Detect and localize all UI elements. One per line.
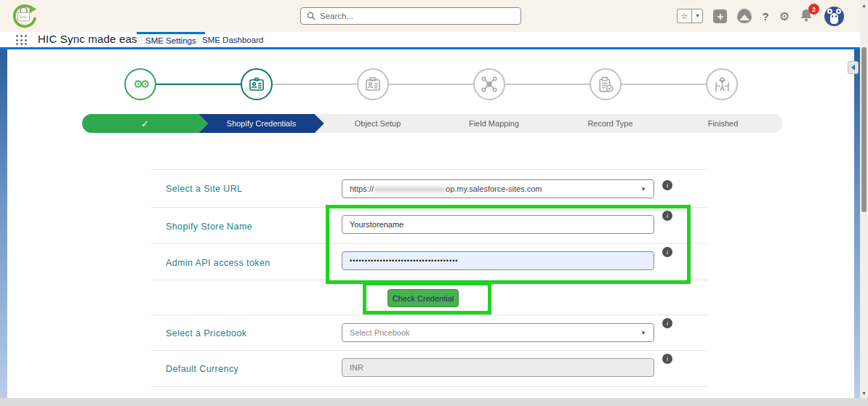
app-launcher-icon[interactable] (16, 35, 28, 46)
row-divider (151, 314, 709, 315)
row-divider (151, 169, 709, 170)
site-url-label: Select a Site URL (166, 184, 242, 194)
check-icon: ✓ (134, 118, 156, 129)
currency-value: INR (350, 363, 363, 372)
setup-gear-icon[interactable]: ⚙ (779, 9, 789, 23)
horizontal-scrollbar[interactable] (0, 398, 868, 406)
info-icon[interactable]: i (662, 180, 672, 190)
chevron-record-type[interactable]: Record Type (547, 114, 673, 133)
app-name: HIC Sync made easy (38, 33, 143, 45)
scroll-down-icon[interactable]: ▼ (860, 391, 868, 396)
chevron-completed[interactable]: ✓ (82, 114, 208, 133)
pricebook-select[interactable]: Select Pricebook ▼ (342, 323, 654, 342)
check-credential-button[interactable]: Check Credential (387, 289, 459, 307)
api-token-field-wrap (342, 251, 654, 270)
row-divider (151, 243, 709, 244)
app-nav-bar: HIC Sync made easy SME Settings SME Dash… (0, 32, 860, 49)
help-button[interactable]: ? (762, 10, 768, 23)
site-url-select[interactable]: https://xxxxxxxxxxxxxxxxxxop.my.salesfor… (342, 179, 654, 198)
pricebook-value: Select Pricebook (350, 328, 410, 337)
header-actions: ☆ ▾ + ? ⚙ 2 (677, 7, 844, 25)
search-placeholder: Search... (320, 12, 353, 20)
star-icon[interactable]: ☆ (678, 9, 692, 23)
info-icon[interactable]: i (662, 247, 672, 257)
store-name-label: Shopify Store Name (166, 222, 252, 232)
tab-sme-dashboard[interactable]: SME Dashboard (193, 32, 272, 47)
row-divider (151, 350, 709, 351)
currency-label: Default Currency (166, 364, 238, 374)
global-header: Sync Search... ☆ ▾ + ? ⚙ 2 (0, 0, 860, 32)
info-icon[interactable]: i (662, 318, 672, 328)
left-background-strip (0, 49, 7, 398)
currency-field: INR (342, 358, 654, 377)
app-window: Sync Search... ☆ ▾ + ? ⚙ 2 (0, 0, 868, 406)
gears-icon: ⚙⚙ (134, 78, 148, 91)
id-card-icon (248, 76, 265, 93)
row-divider (151, 280, 709, 280)
scrollbar-thumb[interactable] (861, 47, 867, 212)
favorites-button[interactable]: ☆ ▾ (677, 9, 704, 23)
user-avatar[interactable] (824, 7, 844, 26)
notification-badge: 2 (808, 4, 819, 15)
chevron-finished[interactable]: Finished (664, 114, 782, 133)
redacted-url-segment: xxxxxxxxxxxxxxxxxx (374, 184, 446, 193)
pricebook-label: Select a Pricebook (166, 328, 246, 338)
svg-text:Sync: Sync (19, 15, 27, 19)
chevron-shopify-credentials[interactable]: Shopify Credentials (198, 114, 324, 133)
api-token-input[interactable] (350, 257, 646, 264)
quick-create-button[interactable]: + (713, 9, 727, 23)
id-card-icon (364, 76, 382, 93)
chevron-down-icon: ▼ (640, 330, 646, 336)
api-token-label: Admin API access token (166, 258, 270, 268)
step-circle-object-setup (357, 68, 389, 100)
clipboard-check-icon (597, 76, 615, 94)
scroll-up-icon[interactable]: ▲ (860, 3, 868, 8)
right-background-strip (854, 49, 860, 398)
step-circle-setup: ⚙⚙ (124, 68, 156, 100)
row-divider (151, 207, 709, 208)
chevron-down-icon: ▼ (640, 186, 646, 192)
trailhead-icon[interactable] (737, 9, 752, 23)
step-circle-record-type (590, 68, 622, 100)
step-connector-done (156, 84, 242, 85)
chevron-object-setup[interactable]: Object Setup (315, 114, 441, 133)
vertical-scrollbar[interactable]: ▲ ▼ (860, 0, 868, 398)
info-icon[interactable]: i (662, 354, 672, 364)
notifications-button[interactable]: 2 (800, 8, 814, 24)
collapse-panel-button[interactable] (848, 61, 859, 74)
wizard-progress-bar: ✓ Shopify Credentials Object Setup Field… (82, 114, 782, 133)
app-logo-icon: Sync (10, 2, 38, 30)
chevron-field-mapping[interactable]: Field Mapping (431, 114, 557, 133)
favorites-caret-icon[interactable]: ▾ (691, 9, 702, 23)
store-name-input[interactable] (350, 220, 646, 229)
step-circle-field-mapping (473, 68, 505, 100)
store-name-field-wrap (342, 215, 654, 234)
info-icon[interactable]: i (662, 211, 672, 221)
row-divider (151, 386, 709, 387)
step-circle-finished (706, 68, 738, 100)
global-search-input[interactable]: Search... (300, 7, 521, 25)
search-icon (307, 12, 316, 20)
network-icon (480, 75, 499, 94)
step-circle-shopify-credentials (241, 68, 273, 100)
site-url-value: https://xxxxxxxxxxxxxxxxxxop.my.salesfor… (350, 184, 542, 193)
finish-line-icon (713, 76, 731, 94)
